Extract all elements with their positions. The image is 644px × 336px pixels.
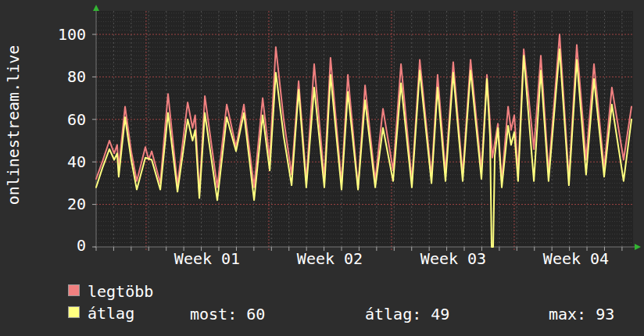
y-axis-arrow-icon [93, 5, 99, 11]
y-axis-label-60: 60 [27, 110, 86, 129]
legend-swatch-max [68, 284, 80, 296]
x-axis-label-week-02: Week 02 [281, 249, 378, 268]
stat-most: most: 60 [190, 305, 265, 323]
legend-label-max: legtöbb [88, 282, 153, 301]
vertical-axis-title: onlinestream.live [4, 45, 23, 206]
rrd-graph-panel: onlinestream.live 100 80 60 40 20 0 Week… [0, 0, 644, 336]
stat-atlag: átlag: 49 [365, 305, 449, 323]
y-axis-label-80: 80 [27, 67, 86, 86]
y-axis-label-40: 40 [27, 152, 86, 171]
x-axis-label-week-01: Week 01 [159, 249, 256, 268]
y-axis-label-100: 100 [27, 25, 86, 44]
y-axis-label-20: 20 [27, 195, 86, 213]
y-axis-label-0: 0 [27, 236, 86, 255]
legend-swatch-avg [68, 306, 80, 318]
stat-max: max: 93 [549, 305, 614, 323]
x-axis-arrow-icon [635, 244, 641, 250]
legend-label-avg: átlag [88, 304, 134, 323]
x-axis-label-week-03: Week 03 [405, 249, 502, 268]
x-axis-label-week-04: Week 04 [528, 249, 624, 268]
